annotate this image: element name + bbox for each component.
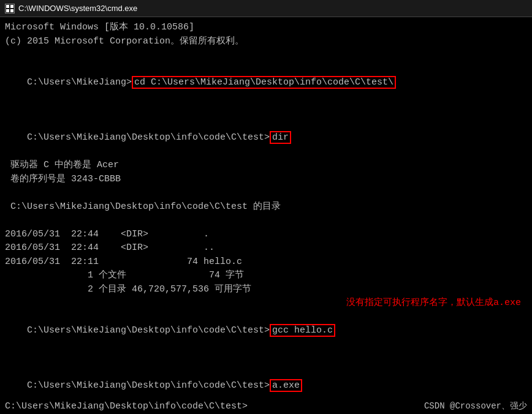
line-dir1: 2016/05/31 22:44 <DIR> . [5,228,527,242]
line-dir2: 2016/05/31 22:44 <DIR> .. [5,241,527,255]
line-file1: 2016/05/31 22:11 74 hello.c [5,255,527,269]
bottom-prompt: C:\Users\MikeJiang\Desktop\info\code\C\t… [5,401,248,412]
gcc-command-highlight: gcc hello.c [270,324,335,337]
title-bar-text: C:\WINDOWS\system32\cmd.exe [18,4,137,13]
dir-prompt-prefix: C:\Users\MikeJiang\Desktop\info\code\C\t… [27,132,270,143]
title-bar: C:\WINDOWS\system32\cmd.exe [0,0,532,17]
svg-rect-4 [10,9,13,12]
line-copyright: (c) 2015 Microsoft Corporation。保留所有权利。 [5,35,527,49]
cd-command-highlight: cd C:\Users\MikeJiang\Desktop\info\code\… [132,76,396,89]
line-empty4 [5,214,527,228]
svg-rect-1 [6,5,9,8]
dir-command-highlight: dir [270,131,291,144]
svg-rect-3 [6,9,9,12]
line-win-version: Microsoft Windows [版本 10.0.10586] [5,21,527,35]
gcc-prompt-prefix: C:\Users\MikeJiang\Desktop\info\code\C\t… [27,325,270,336]
svg-rect-2 [10,5,13,8]
line-gcc-prompt: C:\Users\MikeJiang\Desktop\info\code\C\t… [5,310,527,352]
line-empty5 [5,352,527,366]
aexe-command-highlight: a.exe [270,379,302,392]
line-empty3 [5,186,527,200]
line-dir-count: 2 个目录 46,720,577,536 可用字节 [5,283,527,297]
line-empty1 [5,48,527,62]
terminal-body: Microsoft Windows [版本 10.0.10586] (c) 20… [0,17,532,414]
line-file-count: 1 个文件 74 字节 [5,269,527,283]
line-cd-prompt: C:\Users\MikeJiang>cd C:\Users\MikeJiang… [5,62,527,104]
line-drive: 驱动器 C 中的卷是 Acer [5,159,527,173]
title-bar-icon [5,4,15,13]
aexe-prompt-prefix: C:\Users\MikeJiang\Desktop\info\code\C\t… [27,380,270,391]
cd-prompt-prefix: C:\Users\MikeJiang> [27,77,132,88]
line-dir-listing: C:\Users\MikeJiang\Desktop\info\code\C\t… [5,200,527,214]
bottom-credit: CSDN @Crossover、强少 [424,401,527,412]
bottom-bar: C:\Users\MikeJiang\Desktop\info\code\C\t… [0,398,532,414]
line-dir-prompt: C:\Users\MikeJiang\Desktop\info\code\C\t… [5,118,527,159]
line-empty2 [5,104,527,118]
line-serial: 卷的序列号是 3243-CBBB [5,173,527,187]
line-annotation: 没有指定可执行程序名字，默认生成a.exe [5,296,527,310]
